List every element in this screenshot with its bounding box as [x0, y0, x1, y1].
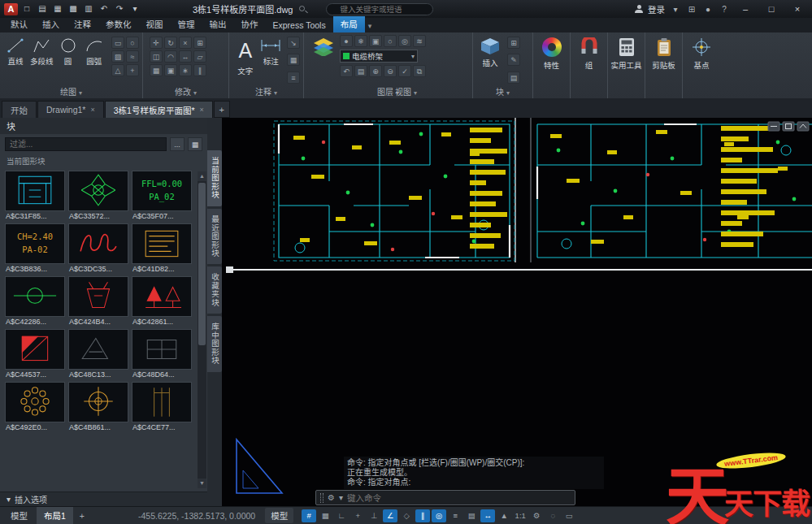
customize-wrench-icon[interactable]: ⚙ — [328, 493, 335, 502]
layout1-tab[interactable]: 布局1 — [37, 507, 73, 524]
layer-walk-icon[interactable]: ▤ — [354, 65, 367, 77]
palette-view-options-icon[interactable]: ▦ — [188, 137, 202, 151]
side-tab-favorites[interactable]: 收藏夹块 — [207, 266, 222, 314]
ellipse-tool-icon[interactable]: ○ — [126, 37, 139, 49]
block-item[interactable]: A$C48C13... — [68, 329, 128, 379]
dynamic-input-toggle[interactable]: + — [350, 509, 365, 522]
open-file-icon[interactable]: ▤ — [36, 2, 49, 15]
plot-icon[interactable]: ▥ — [82, 2, 95, 15]
layer-freeze-icon[interactable]: ❄ — [354, 35, 367, 47]
new-layout-button[interactable]: + — [75, 509, 89, 523]
recent-commands-icon[interactable]: ▾ — [339, 493, 343, 502]
ortho-toggle[interactable]: ⊥ — [367, 509, 381, 522]
ribbon-tab-annotate[interactable]: 注释 — [67, 16, 98, 32]
osnap-tracking-toggle[interactable]: ∥ — [415, 509, 430, 522]
layer-properties-tool[interactable] — [307, 35, 340, 87]
layer-delete-icon[interactable]: ⊖ — [384, 65, 397, 77]
polygon-tool-icon[interactable]: △ — [111, 64, 124, 76]
mtext-tool-icon[interactable]: ≡ — [287, 71, 300, 84]
ribbon-tab-parametric[interactable]: 参数化 — [98, 16, 139, 32]
block-edit-icon[interactable]: ✎ — [507, 54, 520, 66]
annotation-visibility-toggle[interactable]: ▲ — [497, 509, 511, 522]
block-item[interactable]: A$C42286... — [5, 276, 65, 326]
undo-icon[interactable]: ↶ — [98, 2, 111, 15]
line-tool[interactable]: 直线 — [3, 35, 28, 76]
block-item[interactable]: A$C41D82... — [132, 223, 192, 273]
infer-constraints-toggle[interactable]: ∟ — [334, 509, 349, 522]
isodraft-toggle[interactable]: ◇ — [399, 509, 414, 522]
ribbon-tab-manage[interactable]: 管理 — [171, 16, 202, 32]
polar-tracking-toggle[interactable]: ∠ — [383, 509, 397, 522]
quick-toolbar-dropdown-icon[interactable]: ▾ — [128, 2, 141, 15]
block-item[interactable]: A$C424B4... — [68, 276, 128, 326]
layer-off-icon[interactable]: ○ — [384, 35, 397, 47]
side-tab-libraries[interactable]: 库中图形块 — [207, 316, 222, 372]
view-panel-label[interactable]: 视图 ▾ — [0, 85, 812, 97]
block-attribute-icon[interactable]: ▤ — [507, 71, 520, 84]
layer-merge-icon[interactable]: ⊕ — [369, 65, 382, 77]
layer-dropdown[interactable]: 电缆桥架 ▾ — [340, 50, 418, 63]
block-item[interactable]: A$C44537... — [5, 329, 65, 379]
scroll-up-icon[interactable]: ▲ — [198, 171, 206, 181]
layer-isolate-icon[interactable]: ◎ — [398, 35, 411, 47]
block-item[interactable]: A$C492E0... — [5, 382, 65, 431]
block-create-icon[interactable]: ⊞ — [507, 37, 520, 49]
command-bar[interactable]: ⚙ ▾ — [315, 490, 575, 505]
notification-bell-icon[interactable]: ● — [702, 5, 714, 14]
workspace-switching-button[interactable]: ⚙ — [529, 509, 544, 522]
redo-icon[interactable]: ↷ — [113, 2, 126, 15]
rotate-tool-icon[interactable]: ↻ — [164, 37, 177, 49]
block-item[interactable]: A$C31F85... — [5, 171, 65, 220]
object-snap-toggle[interactable]: ◎ — [432, 509, 446, 522]
insert-options-bar[interactable]: ▾ 插入选项 — [0, 492, 207, 506]
close-button[interactable]: × — [787, 2, 808, 16]
spline-tool-icon[interactable]: ≈ — [126, 50, 139, 63]
hatch-tool-icon[interactable]: ▨ — [111, 50, 124, 63]
new-file-icon[interactable]: □ — [20, 2, 33, 15]
file-tab-active-doc[interactable]: 3栋1号样板房平面图* × — [105, 101, 213, 118]
save-as-icon[interactable]: ▩ — [67, 2, 80, 15]
selection-cycling-toggle[interactable]: ↔ — [480, 509, 495, 522]
new-drawing-tab-button[interactable]: + — [214, 101, 230, 118]
insert-block-tool[interactable]: 插入 — [476, 35, 504, 87]
explode-tool-icon[interactable]: ∗ — [179, 64, 192, 76]
side-tab-recent[interactable]: 最近图形块 — [207, 209, 222, 265]
palette-scrollbar[interactable]: ▲ ▼ — [198, 171, 206, 488]
block-item[interactable]: A$C42861... — [132, 276, 192, 326]
layer-on-icon[interactable]: ● — [340, 35, 353, 47]
polyline-tool[interactable]: 多段线 — [29, 35, 54, 76]
scale-tool-icon[interactable]: ▱ — [193, 50, 206, 63]
model-space-tab[interactable]: 模型 — [3, 507, 35, 524]
signin-dropdown-icon[interactable]: ▾ — [670, 5, 681, 14]
dimension-tool[interactable]: 标注 — [258, 35, 284, 87]
restore-button[interactable]: □ — [761, 2, 782, 16]
block-filter-input[interactable] — [5, 137, 167, 151]
point-tool-icon[interactable]: + — [126, 64, 139, 76]
ribbon-tab-output[interactable]: 输出 — [202, 16, 234, 32]
lineweight-toggle[interactable]: ≡ — [448, 509, 462, 522]
circle-tool[interactable]: 圆 — [56, 35, 80, 76]
copy-tool-icon[interactable]: ⊞ — [193, 37, 206, 49]
transparency-toggle[interactable]: ▤ — [464, 509, 479, 522]
erase-tool-icon[interactable]: ▣ — [164, 64, 177, 76]
autocad-logo-icon[interactable]: A — [4, 3, 18, 15]
ribbon-tab-collaborate[interactable]: 协作 — [234, 16, 266, 32]
array-tool-icon[interactable]: ▦ — [150, 64, 163, 76]
block-item[interactable]: CH=2.40 PA-02 A$C3B836... — [5, 223, 65, 273]
text-tool[interactable]: A 文字 — [232, 35, 258, 87]
stretch-tool-icon[interactable]: ↔ — [179, 50, 192, 63]
block-item[interactable]: FFL=0.00 PA_02 A$C35F07... — [132, 171, 192, 220]
search-input[interactable] — [326, 3, 433, 15]
fillet-tool-icon[interactable]: ◠ — [164, 50, 177, 63]
ribbon-tab-view[interactable]: 视图 — [139, 16, 171, 32]
layer-lock-icon[interactable]: ▣ — [369, 35, 382, 47]
grid-toggle[interactable]: # — [302, 509, 316, 522]
scrollbar-thumb[interactable] — [198, 183, 206, 345]
block-item[interactable]: A$C48D64... — [132, 329, 192, 379]
minimize-button[interactable]: – — [735, 2, 756, 16]
block-item[interactable]: A$C33572... — [68, 171, 128, 220]
move-tool-icon[interactable]: ✛ — [150, 37, 163, 49]
close-tab-icon[interactable]: × — [199, 106, 203, 114]
block-item[interactable]: A$C4B861... — [68, 382, 128, 431]
layer-prev-icon[interactable]: ↶ — [340, 65, 353, 77]
